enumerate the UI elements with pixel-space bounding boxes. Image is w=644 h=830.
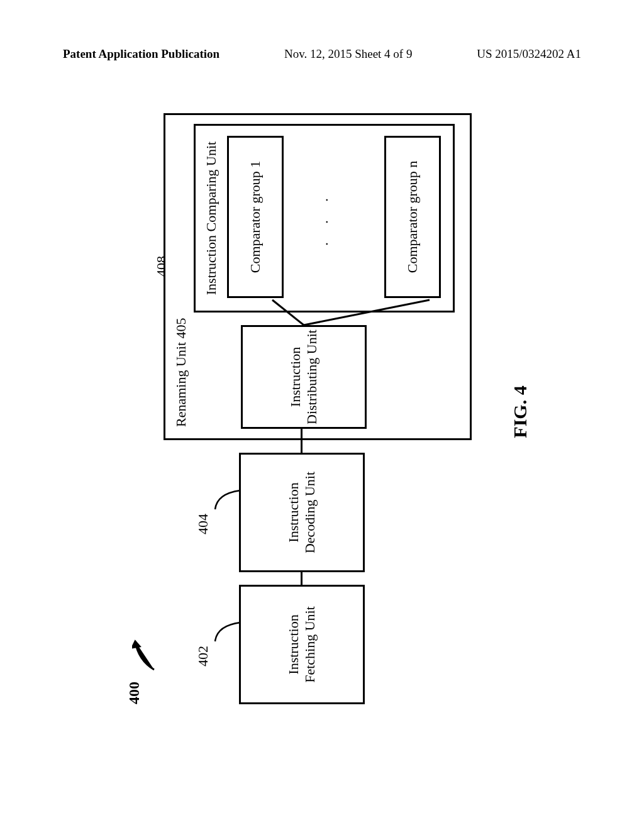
header-left: Patent Application Publication [63, 47, 219, 61]
header-right: US 2015/0324202 A1 [477, 47, 581, 61]
connector-decode-renaming [301, 439, 303, 453]
group1-label: Comparator group 1 [247, 161, 264, 273]
page-header: Patent Application Publication Nov. 12, … [0, 47, 644, 61]
comparator-group-1: Comparator group 1 [227, 136, 284, 298]
instruction-comparing-unit: Instruction Comparing Unit Comparator gr… [194, 124, 455, 313]
connector-fetch-decode [301, 571, 303, 585]
connector-renaming-distribute [301, 429, 303, 438]
instruction-decoding-unit: Instruction Decoding Unit [239, 453, 365, 572]
header-center: Nov. 12, 2015 Sheet 4 of 9 [284, 47, 413, 61]
ref-404: 404 [195, 514, 211, 534]
ref-402: 402 [195, 646, 211, 667]
fetching-label: Instruction Fetching Unit [286, 606, 318, 683]
ref-400: 400 [126, 682, 143, 704]
diagram-rotated: 400 402 404 406 408 Instruction [75, 94, 566, 729]
decoding-label: Instruction Decoding Unit [286, 472, 318, 553]
groupn-label: Comparator group n [404, 161, 421, 273]
distributing-label: Instruction Distributing Unit [287, 329, 320, 424]
instruction-distributing-unit: Instruction Distributing Unit [241, 325, 367, 429]
renaming-unit: Renaming Unit 405 Instruction Distributi… [164, 113, 472, 440]
comparing-label: Instruction Comparing Unit [203, 126, 219, 311]
callout-402-icon [214, 619, 242, 645]
callout-404-icon [214, 487, 242, 512]
ellipsis-icon: . . . [315, 126, 331, 311]
connector-distribute-to-groups [241, 287, 436, 325]
comparator-group-n: Comparator group n [384, 136, 441, 298]
instruction-fetching-unit: Instruction Fetching Unit [239, 585, 365, 704]
figure-caption: FIG. 4 [509, 94, 531, 729]
svg-line-1 [304, 300, 430, 325]
renaming-label: Renaming Unit 405 [173, 318, 189, 427]
ref-400-arrow-icon [132, 635, 157, 673]
diagram-area: 400 402 404 406 408 Instruction [75, 94, 566, 729]
svg-line-0 [272, 300, 304, 325]
figure-row: 400 402 404 406 408 Instruction [113, 119, 491, 704]
